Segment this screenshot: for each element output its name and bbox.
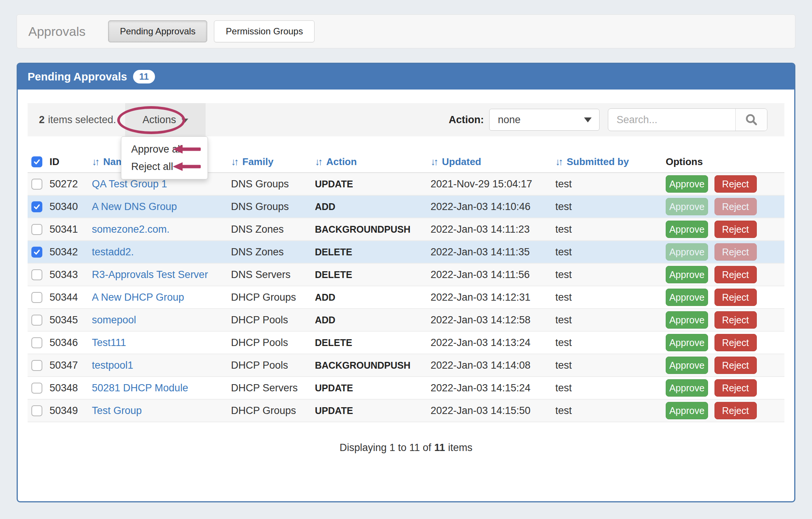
tab-permission-groups[interactable]: Permission Groups xyxy=(214,20,315,42)
page-title: Approvals xyxy=(28,24,85,39)
cell-id: 50349 xyxy=(50,399,92,422)
row-checkbox[interactable] xyxy=(31,292,42,303)
menu-item-approve-all[interactable]: Approve all xyxy=(121,141,208,158)
actions-dropdown-button[interactable]: Actions xyxy=(125,103,206,136)
table-row: 50341 somezone2.com. DNS Zones BACKGROUN… xyxy=(28,218,784,241)
reject-button[interactable]: Reject xyxy=(714,334,757,351)
cell-id: 50344 xyxy=(50,286,92,309)
menu-item-reject-all[interactable]: Reject all xyxy=(121,158,208,175)
cell-id: 50341 xyxy=(50,218,92,241)
sort-icon: ↓↑ xyxy=(231,156,237,168)
approve-button[interactable]: Approve xyxy=(666,379,708,397)
reject-button[interactable]: Reject xyxy=(714,379,757,397)
reject-button[interactable]: Reject xyxy=(714,357,757,374)
cell-family: DHCP Servers xyxy=(231,377,315,399)
approve-button[interactable]: Approve xyxy=(666,175,708,193)
reject-button[interactable]: Reject xyxy=(714,175,757,193)
cell-action: UPDATE xyxy=(315,173,431,195)
row-name-link[interactable]: Test111 xyxy=(92,337,126,348)
approve-button[interactable]: Approve xyxy=(666,402,708,419)
approve-button[interactable]: Approve xyxy=(666,289,708,306)
search-input[interactable] xyxy=(608,109,735,131)
column-header-action[interactable]: ↓↑Action xyxy=(315,151,431,173)
cell-family: DHCP Pools xyxy=(231,331,315,354)
row-name-link[interactable]: somepool xyxy=(92,314,136,326)
cell-family: DNS Groups xyxy=(231,195,315,218)
cell-action: BACKGROUNDPUSH xyxy=(315,218,431,241)
reject-button[interactable]: Reject xyxy=(714,289,757,306)
row-checkbox[interactable] xyxy=(31,224,42,235)
row-checkbox[interactable] xyxy=(31,337,42,348)
cell-submitted-by: test xyxy=(555,218,666,241)
cell-updated: 2022-Jan-03 14:15:24 xyxy=(431,377,555,399)
row-checkbox[interactable] xyxy=(31,179,42,190)
row-name-link[interactable]: R3-Approvals Test Server xyxy=(92,269,208,280)
approve-button[interactable]: Approve xyxy=(666,334,708,351)
approve-button[interactable]: Approve xyxy=(666,198,708,215)
column-header-family[interactable]: ↓↑Family xyxy=(231,151,315,173)
pagination-status: Displaying 1 to 11 of11items xyxy=(28,442,784,454)
row-checkbox[interactable] xyxy=(31,201,42,212)
row-checkbox[interactable] xyxy=(31,383,42,394)
row-name-link[interactable]: QA Test Group 1 xyxy=(92,178,167,190)
column-header-updated[interactable]: ↓↑Updated xyxy=(431,151,555,173)
pagination-prefix: Displaying 1 to 11 of xyxy=(339,442,431,453)
cell-updated: 2022-Jan-03 14:10:46 xyxy=(431,195,555,218)
cell-id: 50340 xyxy=(50,195,92,218)
menu-item-label: Approve all xyxy=(131,144,182,155)
cell-updated: 2022-Jan-03 14:15:50 xyxy=(431,399,555,422)
row-checkbox[interactable] xyxy=(31,247,42,258)
actions-dropdown-menu: Approve all Reject all xyxy=(121,136,208,179)
reject-button[interactable]: Reject xyxy=(714,198,757,215)
cell-family: DHCP Groups xyxy=(231,286,315,309)
tab-pending-approvals[interactable]: Pending Approvals xyxy=(108,20,207,42)
row-checkbox[interactable] xyxy=(31,360,42,371)
action-filter-value: none xyxy=(498,114,521,126)
table-row: 50340 A New DNS Group DNS Groups ADD 202… xyxy=(28,195,784,218)
row-name-link[interactable]: somezone2.com. xyxy=(92,224,170,235)
cell-updated: 2022-Jan-03 14:12:31 xyxy=(431,286,555,309)
reject-button[interactable]: Reject xyxy=(714,402,757,419)
cell-action: ADD xyxy=(315,286,431,309)
search-button[interactable] xyxy=(735,109,767,131)
cell-id: 50345 xyxy=(50,309,92,331)
row-name-link[interactable]: A New DNS Group xyxy=(92,201,177,212)
approve-button[interactable]: Approve xyxy=(666,243,708,261)
reject-button[interactable]: Reject xyxy=(714,221,757,238)
approve-button[interactable]: Approve xyxy=(666,357,708,374)
cell-family: DNS Servers xyxy=(231,263,315,286)
reject-button[interactable]: Reject xyxy=(714,311,757,329)
approve-button[interactable]: Approve xyxy=(666,221,708,238)
row-name-link[interactable]: testadd2. xyxy=(92,246,134,258)
row-checkbox[interactable] xyxy=(31,315,42,326)
row-name-link[interactable]: Test Group xyxy=(92,405,142,416)
cell-updated: 2022-Jan-03 14:11:35 xyxy=(431,241,555,263)
row-checkbox[interactable] xyxy=(31,269,42,280)
sort-icon: ↓↑ xyxy=(315,156,321,168)
row-checkbox[interactable] xyxy=(31,405,42,416)
action-filter-select[interactable]: none xyxy=(489,109,600,131)
toolbar-filters: Action: none xyxy=(449,108,784,131)
cell-id: 50272 xyxy=(50,173,92,195)
menu-item-label: Reject all xyxy=(131,161,173,173)
sort-icon: ↓↑ xyxy=(555,156,561,168)
select-all-checkbox[interactable] xyxy=(31,156,42,167)
reject-button[interactable]: Reject xyxy=(714,266,757,283)
approve-button[interactable]: Approve xyxy=(666,311,708,329)
approve-button[interactable]: Approve xyxy=(666,266,708,283)
row-name-link[interactable]: 50281 DHCP Module xyxy=(92,382,188,394)
search-icon xyxy=(745,113,758,126)
action-filter-label: Action: xyxy=(449,114,484,126)
panel-title: Pending Approvals xyxy=(28,71,127,83)
table-row: 50343 R3-Approvals Test Server DNS Serve… xyxy=(28,263,784,286)
row-name-link[interactable]: testpool1 xyxy=(92,360,133,371)
approvals-table: ID ↓↑Name ↓↑Family ↓↑Action ↓↑Updated ↓↑… xyxy=(28,151,784,422)
cell-family: DNS Zones xyxy=(231,241,315,263)
reject-button[interactable]: Reject xyxy=(714,243,757,261)
cell-submitted-by: test xyxy=(555,263,666,286)
column-header-submitted-by[interactable]: ↓↑Submitted by xyxy=(555,151,666,173)
cell-updated: 2022-Jan-03 14:11:56 xyxy=(431,263,555,286)
cell-updated: 2022-Jan-03 14:11:23 xyxy=(431,218,555,241)
cell-action: BACKGROUNDPUSH xyxy=(315,354,431,377)
row-name-link[interactable]: A New DHCP Group xyxy=(92,292,184,303)
